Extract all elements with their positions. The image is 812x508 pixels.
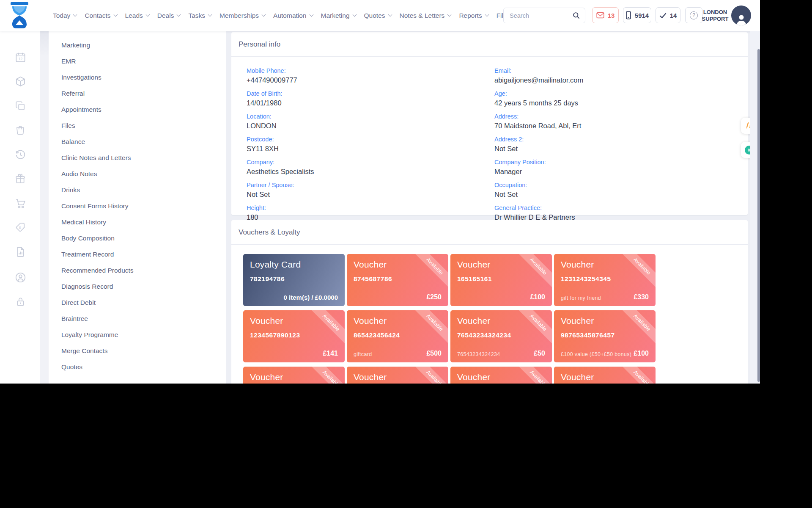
sidebar-menu: Marketing EMR Investigations Referral Ap… xyxy=(40,31,226,375)
nav-label: Reports xyxy=(459,12,482,19)
sidebar-item-merge-contacts[interactable]: Merge Contacts xyxy=(40,343,226,359)
nav-deals[interactable]: Deals xyxy=(157,12,181,19)
shopping-bag-icon[interactable] xyxy=(13,122,28,138)
nav-automation[interactable]: Automation xyxy=(273,12,313,19)
nav-contacts[interactable]: Contacts xyxy=(85,12,117,19)
sidebar-item-medical-history[interactable]: Medical History xyxy=(40,214,226,230)
chevron-down-icon xyxy=(262,13,266,17)
voucher-tile[interactable]: Available Voucher xyxy=(554,367,656,384)
page-scrollbar-track[interactable] xyxy=(750,31,760,384)
nav-tasks[interactable]: Tasks xyxy=(188,12,211,19)
voucher-tile[interactable]: Available Voucher xyxy=(347,367,448,384)
sidebar-scrollbar[interactable] xyxy=(40,31,49,384)
field-value: +447490009777 xyxy=(247,75,314,86)
screen: Today Contacts Leads Deals Tasks Members… xyxy=(0,0,812,508)
messages-count: 13 xyxy=(608,12,615,19)
nav-notes-letters[interactable]: Notes & Letters xyxy=(400,12,451,19)
sidebar-item-treatment-record[interactable]: Treatment Record xyxy=(40,246,226,262)
nav-memberships[interactable]: Memberships xyxy=(219,12,265,19)
copy-icon[interactable] xyxy=(13,98,28,113)
person-icon xyxy=(735,14,748,25)
sidebar-item-braintree[interactable]: Braintree xyxy=(40,311,226,327)
voucher-amount: £500 xyxy=(426,350,442,357)
nav-today[interactable]: Today xyxy=(53,12,77,19)
nav-marketing[interactable]: Marketing xyxy=(321,12,356,19)
help-button[interactable]: ? xyxy=(685,7,702,23)
field-value: 42 years 5 months 25 days xyxy=(494,97,583,109)
gift-icon[interactable] xyxy=(13,171,28,186)
page-scrollbar-thumb[interactable] xyxy=(757,49,760,382)
sidebar-item-appointments[interactable]: Appointments xyxy=(40,102,226,118)
sidebar-item-clinic-notes[interactable]: Clinic Notes and Letters xyxy=(40,150,226,166)
field-label: Company Position: xyxy=(494,158,583,166)
field-label: General Practice: xyxy=(494,204,583,212)
field-label: Partner / Spouse: xyxy=(247,181,314,189)
field-value: 70 Maidstone Road, Abl, Ert xyxy=(494,120,583,132)
report-icon[interactable] xyxy=(13,244,28,260)
calendar-icon[interactable]: 12 xyxy=(13,50,28,65)
user-location-line1: LONDON xyxy=(701,9,729,16)
sidebar-item-body-composition[interactable]: Body Composition xyxy=(40,230,226,246)
sidebar-item-referral[interactable]: Referral xyxy=(40,86,226,102)
nav-quotes[interactable]: Quotes xyxy=(364,12,392,19)
brand-logo[interactable] xyxy=(8,2,30,30)
nav-leads[interactable]: Leads xyxy=(125,12,149,19)
voucher-amount: £100 xyxy=(634,350,649,357)
search-input[interactable] xyxy=(504,12,567,19)
lock-icon[interactable] xyxy=(13,294,28,309)
personal-info-left-column: Mobile Phone:+447490009777 Date of Birth… xyxy=(247,67,314,227)
voucher-number: 865423456424 xyxy=(354,331,442,339)
phone-icon xyxy=(625,11,631,19)
voucher-tile[interactable]: Available Voucher 98765345876457 £100 va… xyxy=(554,310,656,362)
sidebar-item-consent-forms[interactable]: Consent Forms History xyxy=(40,198,226,214)
price-tag-icon[interactable]: $ xyxy=(13,220,28,235)
voucher-amount: £50 xyxy=(534,350,545,357)
sidebar-item-marketing[interactable]: Marketing xyxy=(40,37,226,53)
nav-label: Today xyxy=(53,12,70,19)
envelope-icon xyxy=(596,12,604,19)
tasks-badge[interactable]: 14 xyxy=(656,7,680,23)
field-value: SY11 8XH xyxy=(247,143,314,155)
sidebar-item-loyalty-programme[interactable]: Loyalty Programme xyxy=(40,327,226,343)
messages-badge[interactable]: 13 xyxy=(592,7,619,23)
chevron-down-icon xyxy=(208,13,212,17)
sidebar-item-investigations[interactable]: Investigations xyxy=(40,69,226,86)
phone-badge[interactable]: 5914 xyxy=(623,7,651,23)
personal-info-title: Personal info xyxy=(231,32,748,57)
avatar[interactable] xyxy=(731,6,751,25)
voucher-tile[interactable]: Available Voucher 1234567890123 £141 xyxy=(243,310,345,362)
history-icon[interactable] xyxy=(13,146,28,162)
sidebar-item-emr[interactable]: EMR xyxy=(40,53,226,69)
sidebar-item-audio-notes[interactable]: Audio Notes xyxy=(40,166,226,182)
voucher-tile[interactable]: Available Voucher xyxy=(450,367,552,384)
sidebar-item-files[interactable]: Files xyxy=(40,118,226,134)
field-value: LONDON xyxy=(247,120,314,132)
voucher-grid: Loyalty Card 782194786 0 item(s) / £0.00… xyxy=(243,254,656,384)
sidebar-item-balance[interactable]: Balance xyxy=(40,134,226,150)
sidebar-item-diagnosis-record[interactable]: Diagnosis Record xyxy=(40,279,226,295)
personal-info-card: Personal info Mobile Phone:+447490009777… xyxy=(231,32,748,215)
cart-icon[interactable] xyxy=(13,196,28,211)
sidebar-item-drinks[interactable]: Drinks xyxy=(40,182,226,198)
chevron-down-icon xyxy=(113,13,118,17)
loyalty-card-tile[interactable]: Loyalty Card 782194786 0 item(s) / £0.00… xyxy=(243,254,345,306)
account-icon[interactable] xyxy=(13,270,28,285)
sidebar-item-quotes[interactable]: Quotes xyxy=(40,359,226,375)
sidebar-item-direct-debit[interactable]: Direct Debit xyxy=(40,295,226,311)
voucher-tile[interactable]: Available Voucher 76543234324234 7654323… xyxy=(450,310,552,362)
nav-label: Automation xyxy=(273,12,306,19)
package-icon[interactable] xyxy=(13,74,28,89)
voucher-tile[interactable]: Available Voucher 8745687786 £250 xyxy=(347,254,448,306)
voucher-tile[interactable]: Available Voucher 865423456424 giftcard … xyxy=(347,310,448,362)
sidebar-item-recommended-products[interactable]: Recommended Products xyxy=(40,262,226,279)
voucher-tile[interactable]: Available Voucher xyxy=(243,367,345,384)
voucher-amount: £141 xyxy=(323,350,338,357)
voucher-tile[interactable]: Available Voucher 1231243254345 gift for… xyxy=(554,254,656,306)
search-button[interactable] xyxy=(567,8,585,23)
field-label: Postcode: xyxy=(247,135,314,143)
vouchers-loyalty-title: Vouchers & Loyalty xyxy=(231,220,748,245)
svg-text:12: 12 xyxy=(18,57,22,61)
voucher-tile[interactable]: Available Voucher 165165161 £100 xyxy=(450,254,552,306)
nav-reports[interactable]: Reports xyxy=(459,12,488,19)
field-value: Not Set xyxy=(247,189,314,200)
